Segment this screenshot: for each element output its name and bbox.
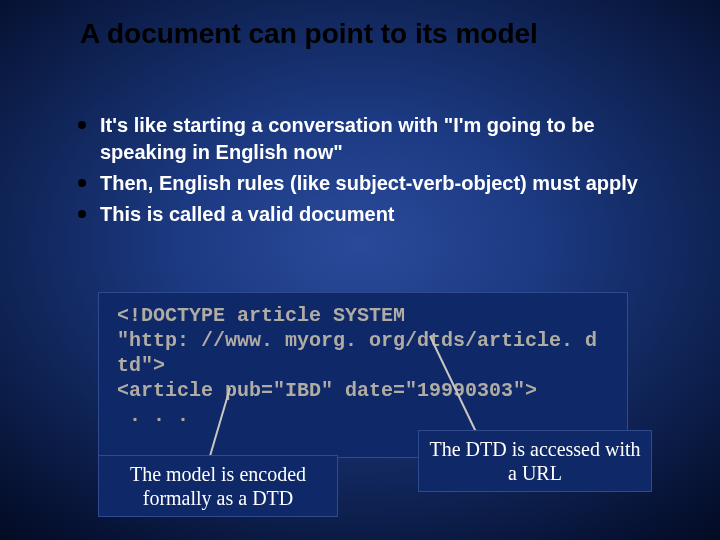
slide-body: It's like starting a conversation with "… (78, 112, 660, 232)
code-line: "http: //www. myorg. org/dtds/article. d (117, 328, 609, 353)
bullet-icon (78, 210, 86, 218)
callout-left: The model is encoded formally as a DTD (98, 455, 338, 517)
code-line: td"> (117, 353, 609, 378)
bullet-text: This is called a valid document (100, 201, 395, 228)
code-line: <!DOCTYPE article SYSTEM (117, 303, 609, 328)
bullet-item: It's like starting a conversation with "… (78, 112, 660, 166)
bullet-item: Then, English rules (like subject-verb-o… (78, 170, 660, 197)
code-line: <article pub="IBD" date="19990303"> (117, 378, 609, 403)
bullet-text: Then, English rules (like subject-verb-o… (100, 170, 638, 197)
callout-right: The DTD is accessed with a URL (418, 430, 652, 492)
code-line: . . . (117, 403, 609, 428)
bullet-item: This is called a valid document (78, 201, 660, 228)
bullet-icon (78, 121, 86, 129)
slide-title: A document can point to its model (80, 18, 660, 50)
slide: A document can point to its model It's l… (0, 0, 720, 540)
bullet-icon (78, 179, 86, 187)
bullet-text: It's like starting a conversation with "… (100, 112, 660, 166)
